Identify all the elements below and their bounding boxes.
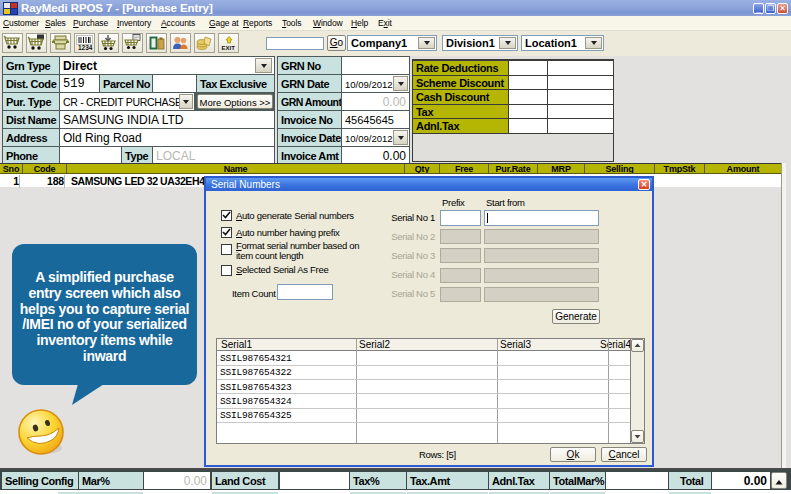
svg-text:1234: 1234	[78, 44, 93, 51]
svg-text:EXIT: EXIT	[222, 45, 236, 51]
